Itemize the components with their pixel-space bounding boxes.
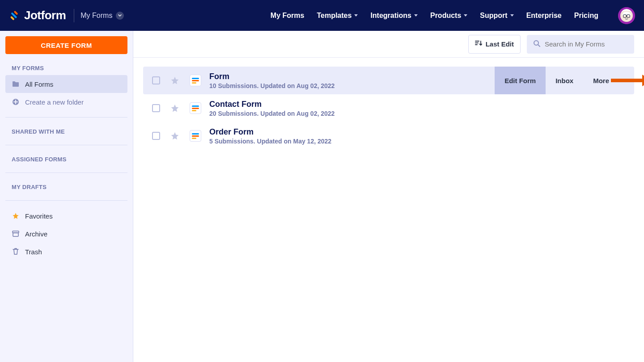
action-label: More	[593, 77, 609, 84]
svg-rect-2	[10, 16, 15, 20]
main-layout: CREATE FORM MY FORMS All Forms Create a …	[0, 31, 644, 362]
row-checkbox[interactable]	[152, 76, 160, 84]
form-texts: Contact Form 20 Submissions. Updated on …	[209, 100, 335, 117]
form-type-icon	[190, 102, 201, 114]
chevron-down-icon	[354, 14, 358, 17]
action-label: Edit Form	[504, 77, 536, 84]
chevron-down-icon	[414, 14, 418, 17]
nav-integrations[interactable]: Integrations	[370, 12, 418, 20]
nav-label: Enterprise	[526, 12, 562, 20]
sort-last-edit-button[interactable]: Last Edit	[468, 35, 521, 54]
section-my-forms: MY FORMS	[12, 65, 127, 72]
form-title: Contact Form	[209, 100, 335, 109]
svg-rect-18	[192, 133, 199, 135]
star-filled-icon	[12, 212, 20, 220]
context-switcher[interactable]: My Forms	[80, 12, 124, 20]
more-button[interactable]: More	[583, 67, 625, 94]
form-subtitle: 10 Submissions. Updated on Aug 02, 2022	[209, 82, 335, 89]
sidebar-item-label: Favorites	[25, 212, 53, 220]
form-subtitle: 20 Submissions. Updated on Aug 02, 2022	[209, 110, 335, 117]
content-toolbar: Last Edit	[133, 31, 644, 58]
form-texts: Order Form 5 Submissions. Updated on May…	[209, 127, 331, 145]
svg-rect-19	[192, 135, 199, 137]
form-row[interactable]: Form 10 Submissions. Updated on Aug 02, …	[143, 67, 634, 94]
sidebar-divider	[5, 173, 127, 173]
nav-support[interactable]: Support	[480, 12, 513, 20]
sidebar-item-label: All Forms	[25, 80, 53, 88]
user-avatar[interactable]	[618, 7, 635, 24]
svg-rect-12	[192, 78, 199, 79]
chevron-down-icon	[464, 14, 467, 17]
nav-pricing[interactable]: Pricing	[574, 12, 598, 20]
search-input[interactable]	[545, 40, 628, 48]
inbox-button[interactable]: Inbox	[546, 67, 583, 94]
nav-products[interactable]: Products	[430, 12, 467, 20]
form-row[interactable]: Order Form 5 Submissions. Updated on May…	[143, 122, 634, 150]
form-row[interactable]: Contact Form 20 Submissions. Updated on …	[143, 94, 634, 122]
content-area: Last Edit Form 10 Submissions. Updated o…	[133, 31, 644, 362]
form-type-icon	[190, 75, 201, 86]
section-assigned[interactable]: ASSIGNED FORMS	[12, 156, 127, 163]
logo-icon	[9, 10, 20, 21]
nav-my-forms[interactable]: My Forms	[271, 12, 305, 20]
star-icon[interactable]	[170, 103, 180, 113]
section-shared[interactable]: SHARED WITH ME	[12, 128, 127, 135]
primary-nav: My Forms Templates Integrations Products…	[271, 7, 635, 24]
svg-rect-13	[192, 80, 199, 81]
nav-label: Support	[480, 12, 507, 20]
star-icon[interactable]	[170, 76, 180, 85]
plus-circle-icon	[12, 98, 20, 106]
svg-rect-15	[192, 105, 199, 107]
create-form-button[interactable]: CREATE FORM	[5, 36, 127, 54]
star-icon[interactable]	[170, 131, 180, 141]
row-actions: Edit Form Inbox More	[495, 67, 625, 94]
action-label: Inbox	[555, 77, 573, 84]
chevron-down-icon	[116, 12, 124, 20]
edit-form-button[interactable]: Edit Form	[495, 67, 546, 94]
chevron-down-icon	[612, 80, 615, 82]
sidebar: CREATE FORM MY FORMS All Forms Create a …	[0, 31, 133, 362]
nav-label: Pricing	[574, 12, 598, 20]
svg-rect-16	[192, 108, 199, 109]
sidebar-divider	[5, 145, 127, 145]
svg-rect-17	[192, 110, 196, 111]
row-checkbox[interactable]	[152, 132, 160, 140]
sort-icon	[475, 40, 482, 48]
sidebar-item-all-forms[interactable]: All Forms	[5, 75, 127, 93]
form-title: Form	[209, 72, 335, 81]
form-subtitle: 5 Submissions. Updated on May 12, 2022	[209, 138, 331, 145]
sidebar-divider	[5, 200, 127, 201]
sidebar-item-favorites[interactable]: Favorites	[5, 207, 127, 225]
sidebar-item-trash[interactable]: Trash	[5, 243, 127, 261]
svg-rect-14	[192, 82, 196, 84]
sidebar-item-label: Trash	[25, 248, 42, 256]
nav-enterprise[interactable]: Enterprise	[526, 12, 562, 20]
svg-rect-20	[192, 138, 196, 139]
button-label: Last Edit	[486, 40, 514, 48]
section-drafts[interactable]: MY DRAFTS	[12, 184, 127, 190]
folder-icon	[12, 80, 20, 88]
form-title: Order Form	[209, 127, 331, 137]
context-label: My Forms	[80, 12, 112, 20]
nav-label: Templates	[317, 12, 352, 20]
trash-icon	[12, 248, 20, 256]
sidebar-item-label: Create a new folder	[25, 98, 84, 106]
sidebar-item-new-folder[interactable]: Create a new folder	[5, 93, 127, 111]
search-box[interactable]	[527, 35, 634, 54]
row-checkbox[interactable]	[152, 104, 160, 112]
nav-templates[interactable]: Templates	[317, 12, 358, 20]
header-divider	[74, 9, 74, 22]
nav-label: Integrations	[370, 12, 411, 20]
app-header: Jotform My Forms My Forms Templates Inte…	[0, 0, 644, 31]
sidebar-divider	[5, 117, 127, 118]
nav-label: My Forms	[271, 12, 305, 20]
brand-name: Jotform	[24, 8, 66, 22]
chevron-down-icon	[510, 14, 514, 17]
nav-label: Products	[430, 12, 461, 20]
sidebar-item-label: Archive	[25, 230, 47, 238]
archive-icon	[12, 230, 20, 238]
form-type-icon	[190, 130, 201, 142]
sidebar-item-archive[interactable]: Archive	[5, 225, 127, 243]
brand-logo[interactable]: Jotform	[9, 8, 66, 22]
form-list: Form 10 Submissions. Updated on Aug 02, …	[133, 58, 644, 362]
